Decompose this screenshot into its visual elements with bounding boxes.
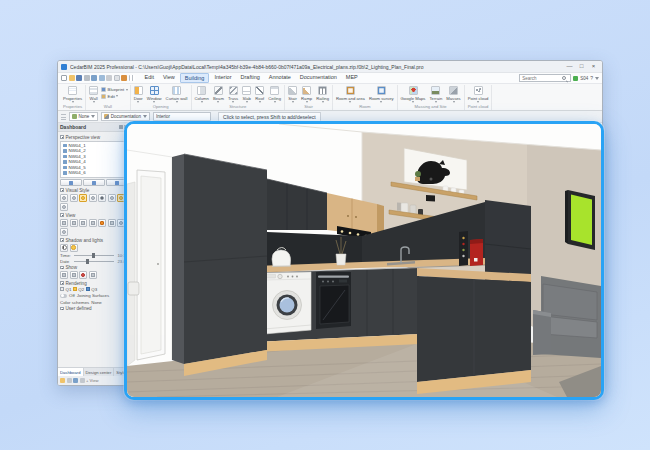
section-shadow-lights[interactable]: Shadow and lights	[60, 238, 128, 243]
pin-icon[interactable]	[119, 125, 123, 129]
top-view-button[interactable]	[60, 219, 68, 227]
sun-icon[interactable]	[60, 378, 65, 383]
hide-button[interactable]	[79, 271, 87, 279]
toolbar-grip-icon[interactable]	[61, 114, 66, 120]
stair-button[interactable]: Stair	[287, 86, 298, 103]
maximize-button[interactable]: □	[576, 62, 587, 71]
cut-icon[interactable]	[106, 75, 112, 81]
cube-icon[interactable]	[73, 378, 78, 383]
realistic-style-button[interactable]	[89, 194, 97, 202]
menu-view[interactable]: View	[159, 73, 179, 83]
minimize-button[interactable]: —	[564, 62, 575, 71]
add-view-label[interactable]: + View	[86, 378, 99, 383]
truss-button[interactable]: Truss	[227, 86, 239, 103]
textured-style-button[interactable]	[98, 194, 106, 202]
copy-icon[interactable]	[114, 75, 120, 81]
wall-edit-button[interactable]: Edit	[101, 94, 128, 99]
view-preset-dropdown[interactable]: None	[69, 112, 98, 121]
print-icon[interactable]	[84, 75, 90, 81]
tab-design-center[interactable]: Design center	[84, 368, 115, 376]
slab-button[interactable]: Slab	[241, 86, 252, 103]
show-selection-button[interactable]	[70, 271, 78, 279]
pan-button[interactable]	[108, 219, 116, 227]
chevron-down-icon[interactable]	[595, 77, 599, 80]
list-icon[interactable]	[80, 378, 85, 383]
side-view-button[interactable]	[79, 219, 87, 227]
open-icon[interactable]	[69, 75, 75, 81]
undo-icon[interactable]	[91, 75, 97, 81]
quality-q2-option[interactable]: Q2	[73, 287, 84, 292]
list-item[interactable]: NW04_6	[63, 170, 125, 176]
shadow-toggle-button[interactable]	[60, 244, 68, 252]
lights-toggle-button[interactable]	[70, 244, 78, 252]
close-button[interactable]: ×	[588, 62, 599, 71]
slider-thumb[interactable]	[92, 253, 95, 258]
shaded-style-button[interactable]	[79, 194, 87, 202]
show-all-button[interactable]	[60, 271, 68, 279]
window-button[interactable]: Window	[146, 86, 163, 103]
isolate-button[interactable]	[89, 271, 97, 279]
slider-thumb[interactable]	[86, 259, 89, 264]
xray-style-button[interactable]	[60, 203, 68, 211]
section-show[interactable]: Show	[60, 265, 128, 270]
quality-q3-option[interactable]: Q3	[86, 287, 97, 292]
joining-surfaces-toggle[interactable]: Off Joining Surfaces	[60, 293, 128, 298]
axon-view-button[interactable]	[89, 219, 97, 227]
redo-icon[interactable]	[99, 75, 105, 81]
menu-drafting[interactable]: Drafting	[237, 73, 264, 83]
time-slider[interactable]	[74, 255, 114, 256]
user-badge[interactable]: S04	[580, 76, 588, 81]
terrain-button[interactable]: Terrain	[428, 86, 443, 103]
section-user-defined[interactable]: User defined	[60, 306, 128, 311]
ramp-button[interactable]: Ramp	[300, 86, 313, 103]
add-view-button[interactable]	[60, 179, 82, 186]
point-cloud-button[interactable]: Point cloud	[467, 86, 490, 103]
new-icon[interactable]	[61, 75, 67, 81]
documentation-dropdown[interactable]: Documentation	[101, 112, 150, 121]
section-rendering[interactable]: Rendering	[60, 281, 128, 286]
roof-button[interactable]: Roof	[254, 86, 265, 103]
menu-edit[interactable]: Edit	[141, 73, 158, 83]
menu-annotate[interactable]: Annotate	[265, 73, 295, 83]
menu-building[interactable]: Building	[180, 73, 210, 83]
beam-button[interactable]: Beam	[212, 86, 225, 103]
date-slider[interactable]	[74, 261, 114, 262]
curtain-wall-button[interactable]: Curtain wall	[165, 86, 189, 103]
menu-mep[interactable]: MEP	[342, 73, 362, 83]
room-survey-button[interactable]: Room survey	[368, 86, 395, 103]
properties-button[interactable]: Properties	[62, 86, 83, 103]
ceiling-button[interactable]: Ceiling	[267, 86, 282, 103]
quality-q1-option[interactable]: Q1	[60, 287, 71, 292]
hidden-line-style-button[interactable]	[70, 194, 78, 202]
update-view-button[interactable]	[83, 179, 105, 186]
room-and-area-button[interactable]: Room and area	[335, 86, 366, 103]
monochrome-style-button[interactable]	[108, 194, 116, 202]
wall-button[interactable]: Wall	[88, 86, 99, 103]
front-view-button[interactable]	[70, 219, 78, 227]
door-button[interactable]: Door	[133, 86, 144, 103]
perspective-button[interactable]	[98, 219, 106, 227]
blueprint-button[interactable]: Blueprint	[101, 87, 128, 92]
grid-icon[interactable]	[129, 75, 135, 81]
google-maps-button[interactable]: Google Maps	[400, 86, 427, 103]
railing-button[interactable]: Railing	[315, 86, 330, 103]
search-input[interactable]	[522, 76, 560, 81]
tab-dashboard[interactable]: Dashboard	[58, 368, 84, 376]
zoom-extents-button[interactable]	[60, 228, 68, 236]
color-schemes-row[interactable]: Color schemes None	[60, 300, 128, 305]
wireframe-style-button[interactable]	[60, 194, 68, 202]
section-perspective-view[interactable]: Perspective view	[60, 135, 128, 140]
section-visual-style[interactable]: Visual Style	[60, 188, 128, 193]
menu-interior[interactable]: Interior	[210, 73, 235, 83]
help-button[interactable]: ?	[590, 75, 593, 81]
section-view[interactable]: View	[60, 213, 128, 218]
search-icon[interactable]	[562, 76, 566, 80]
layers-icon[interactable]	[67, 378, 72, 383]
save-icon[interactable]	[76, 75, 82, 81]
layer-name-input[interactable]	[153, 112, 211, 121]
paint-icon[interactable]	[121, 75, 127, 81]
sync-status-icon[interactable]	[573, 76, 578, 81]
menu-documentation[interactable]: Documentation	[296, 73, 341, 83]
masses-button[interactable]: Masses	[445, 86, 461, 103]
column-button[interactable]: Column	[194, 86, 210, 103]
